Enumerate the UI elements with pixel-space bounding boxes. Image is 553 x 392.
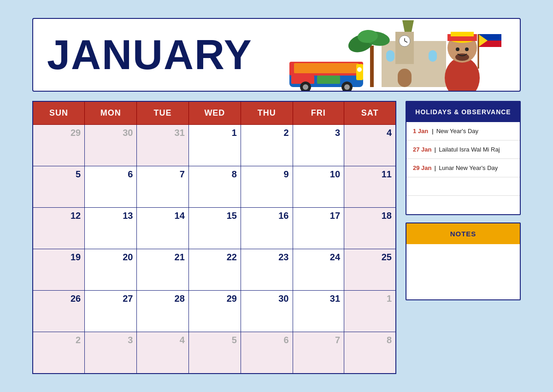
- right-panel: HOLIDAYS & OBSERVANCE 1 Jan | New Year's…: [406, 101, 521, 300]
- svg-rect-4: [317, 76, 340, 84]
- calendar-day-cell: 31: [137, 125, 188, 166]
- col-sun: SUN: [33, 101, 85, 125]
- holiday-item: 1 Jan | New Year's Day: [406, 122, 520, 140]
- svg-rect-19: [386, 50, 394, 62]
- holiday-date: 1 Jan: [413, 128, 429, 135]
- calendar-day-cell: 23: [241, 249, 293, 291]
- calendar-day-cell: 14: [137, 208, 188, 249]
- calendar-day-cell: 20: [85, 249, 137, 291]
- calendar-section: SUN MON TUE WED THU FRI SAT 293031123456…: [32, 101, 396, 374]
- holiday-name: Lailatul Isra Wal Mi Raj: [439, 146, 500, 153]
- calendar-day-cell: 5: [33, 166, 85, 208]
- calendar-day-cell: 4: [137, 332, 188, 374]
- calendar-day-cell: 6: [241, 332, 293, 374]
- month-title: JANUARY: [47, 34, 253, 76]
- notes-box: NOTES: [406, 222, 521, 300]
- calendar-day-cell: 7: [293, 332, 344, 374]
- calendar-day-cell: 22: [188, 249, 241, 291]
- calendar-week-row: 567891011: [33, 166, 396, 208]
- calendar-week-row: 12131415161718: [33, 208, 396, 249]
- calendar-week-row: 2930311234: [33, 125, 396, 166]
- holidays-header: HOLIDAYS & OBSERVANCE: [406, 102, 520, 122]
- calendar-day-cell: 12: [33, 208, 85, 249]
- calendar-day-cell: 5: [188, 332, 241, 374]
- svg-point-34: [456, 47, 459, 51]
- col-thu: THU: [241, 101, 293, 125]
- notes-content: [406, 244, 520, 299]
- calendar-day-cell: 27: [85, 291, 137, 332]
- calendar-week-row: 2627282930311: [33, 291, 396, 332]
- calendar-day-cell: 2: [33, 332, 85, 374]
- calendar-day-cell: 30: [85, 125, 137, 166]
- holidays-content: 1 Jan | New Year's Day 27 Jan | Lailatul…: [406, 122, 520, 214]
- calendar-week-row: 2345678: [33, 332, 396, 374]
- calendar-day-cell: 17: [293, 208, 344, 249]
- calendar-day-cell: 9: [241, 166, 293, 208]
- svg-point-35: [465, 47, 469, 51]
- notes-header: NOTES: [406, 223, 520, 244]
- svg-point-36: [455, 53, 469, 61]
- holiday-date: 29 Jan: [413, 164, 431, 171]
- header-illustration: [285, 18, 506, 92]
- svg-point-11: [357, 67, 362, 72]
- calendar-day-cell: 29: [33, 125, 85, 166]
- calendar-table: SUN MON TUE WED THU FRI SAT 293031123456…: [32, 101, 396, 374]
- page-container: JANUARY: [23, 9, 530, 383]
- calendar-day-cell: 24: [293, 249, 344, 291]
- holiday-item: 27 Jan | Lailatul Isra Wal Mi Raj: [406, 140, 520, 159]
- illustration-area: [285, 18, 506, 92]
- calendar-day-cell: 30: [241, 291, 293, 332]
- calendar-day-cell: 10: [293, 166, 344, 208]
- calendar-day-cell: 18: [344, 208, 396, 249]
- holiday-empty-row: [406, 196, 520, 214]
- holiday-sep: |: [432, 128, 434, 135]
- svg-rect-21: [370, 46, 374, 87]
- svg-rect-20: [429, 50, 437, 62]
- calendar-day-cell: 8: [188, 166, 241, 208]
- calendar-day-cell: 1: [188, 125, 241, 166]
- calendar-day-cell: 1: [344, 291, 396, 332]
- holiday-sep: |: [434, 164, 436, 171]
- calendar-week-row: 19202122232425: [33, 249, 396, 291]
- svg-marker-14: [402, 20, 414, 32]
- calendar-day-cell: 6: [85, 166, 137, 208]
- holiday-name: New Year's Day: [436, 128, 478, 135]
- svg-rect-2: [294, 63, 359, 73]
- calendar-day-cell: 26: [33, 291, 85, 332]
- col-fri: FRI: [293, 101, 344, 125]
- col-wed: WED: [188, 101, 241, 125]
- svg-point-7: [303, 84, 308, 90]
- col-tue: TUE: [137, 101, 188, 125]
- calendar-day-cell: 13: [85, 208, 137, 249]
- calendar-day-cell: 31: [293, 291, 344, 332]
- holiday-date: 27 Jan: [413, 146, 431, 153]
- calendar-day-cell: 19: [33, 249, 85, 291]
- calendar-day-cell: 16: [241, 208, 293, 249]
- svg-rect-33: [451, 32, 474, 36]
- calendar-day-cell: 11: [344, 166, 396, 208]
- col-sat: SAT: [344, 101, 396, 125]
- calendar-day-cell: 3: [85, 332, 137, 374]
- holiday-empty-row: [406, 177, 520, 196]
- calendar-day-cell: 15: [188, 208, 241, 249]
- main-content: SUN MON TUE WED THU FRI SAT 293031123456…: [32, 101, 521, 374]
- calendar-day-cell: 28: [137, 291, 188, 332]
- calendar-header-row: SUN MON TUE WED THU FRI SAT: [33, 101, 396, 125]
- holidays-box: HOLIDAYS & OBSERVANCE 1 Jan | New Year's…: [406, 101, 521, 215]
- holiday-item: 29 Jan | Lunar New Year's Day: [406, 159, 520, 177]
- calendar-day-cell: 4: [344, 125, 396, 166]
- calendar-day-cell: 7: [137, 166, 188, 208]
- col-mon: MON: [85, 101, 137, 125]
- svg-point-9: [344, 84, 350, 90]
- calendar-day-cell: 3: [293, 125, 344, 166]
- svg-rect-10: [356, 64, 363, 80]
- svg-rect-18: [398, 69, 412, 87]
- holiday-sep: |: [434, 146, 436, 153]
- holiday-name: Lunar New Year's Day: [439, 164, 498, 171]
- calendar-day-cell: 29: [188, 291, 241, 332]
- calendar-day-cell: 2: [241, 125, 293, 166]
- calendar-day-cell: 25: [344, 249, 396, 291]
- calendar-day-cell: 21: [137, 249, 188, 291]
- header-box: JANUARY: [32, 18, 521, 92]
- calendar-day-cell: 8: [344, 332, 396, 374]
